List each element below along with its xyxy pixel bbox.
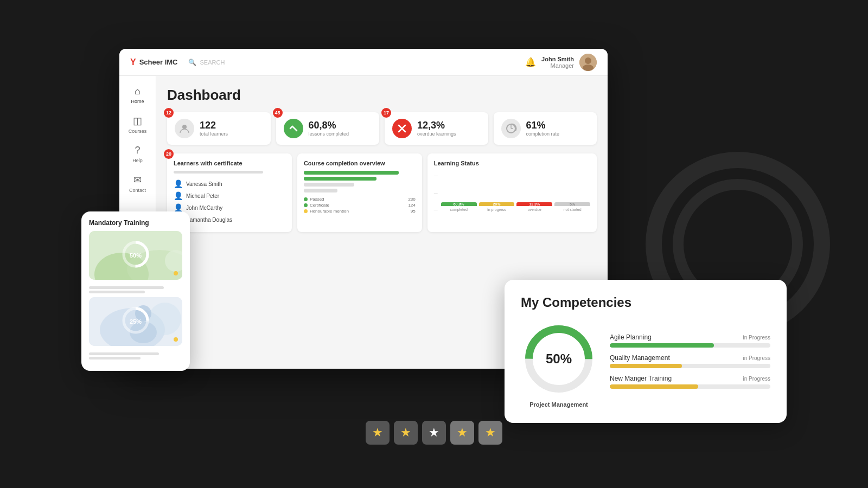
mobile-card-title: Mandatory Training	[89, 219, 182, 227]
legend-label-cert: Certificate	[310, 203, 329, 208]
sidebar-item-help[interactable]: ? Help	[119, 140, 156, 168]
learner-avatar-icon: 👤	[174, 191, 183, 200]
home-icon: ⌂	[135, 86, 141, 97]
course-completion-title: Course completion overview	[304, 160, 416, 166]
ls-bar-group-completed: 60,8% completed	[441, 202, 477, 211]
legend-value-cert: 124	[408, 203, 415, 208]
stat-value-overdue: 12,3%	[417, 120, 456, 131]
star-5[interactable]: ★	[478, 421, 502, 445]
text-line	[89, 291, 145, 293]
legend-dot-cert	[304, 203, 308, 207]
stat-card-lessons: 45 60,8% lessons completed	[276, 112, 380, 145]
user-avatar	[579, 54, 597, 71]
user-area: 🔔 John Smith Manager	[525, 54, 597, 71]
sidebar-item-contact[interactable]: ✉ Contact	[119, 170, 156, 197]
mobile-course-2: 25%	[89, 297, 182, 346]
comp-bar-fill-agile	[610, 343, 714, 348]
search-icon: 🔍	[188, 59, 196, 66]
stat-label-lessons: lessons completed	[309, 131, 349, 137]
comp-item-agile: Agile Planning in Progress	[610, 333, 770, 348]
comp-name-agile: Agile Planning	[610, 333, 652, 341]
y-label: —	[434, 174, 438, 177]
learners-bar-placeholder	[174, 171, 263, 174]
star-2[interactable]: ★	[394, 421, 418, 445]
learning-status-panel: Learning Status — — — 60,8%	[427, 153, 597, 232]
learner-name: John McCarthy	[186, 205, 222, 211]
sidebar-item-home[interactable]: ⌂ Home	[119, 81, 156, 108]
text-line	[89, 286, 164, 289]
ls-label-notstarted: not started	[564, 208, 582, 211]
comp-status-quality: in Progress	[743, 355, 770, 361]
ls-bar-notstarted: 5%	[554, 202, 590, 206]
logo-icon: Y	[130, 57, 136, 67]
comp-content: 50% Project Management Agile Planning in…	[521, 321, 770, 408]
cbar-3	[304, 183, 354, 187]
comp-status-manager: in Progress	[743, 376, 770, 382]
logo-text: Scheer IMC	[139, 58, 178, 66]
progress-circle-2: 25%	[121, 306, 150, 337]
stats-row: 12 122 total learners 45	[167, 112, 597, 145]
stat-card-completion: 61% completion rate	[494, 112, 597, 145]
stat-card-learners: 12 122 total learners	[167, 112, 271, 145]
learner-avatar-icon: 👤	[174, 203, 183, 212]
stat-icon-learners	[175, 119, 194, 138]
comp-bar-track-manager	[610, 384, 770, 389]
star-4[interactable]: ★	[450, 421, 474, 445]
legend-label-mention: Honourable mention	[310, 209, 349, 214]
progress-text-1: 50%	[130, 252, 142, 259]
contact-icon: ✉	[133, 174, 142, 186]
page-title: Dashboard	[167, 87, 597, 104]
legend-value-mention: 95	[411, 209, 416, 214]
donut-container: 50% Project Management	[521, 321, 597, 408]
progress-circle-1: 50%	[121, 240, 150, 271]
learning-status-title: Learning Status	[434, 160, 590, 166]
stat-badge-lessons: 45	[273, 108, 283, 118]
user-name: John Smith	[541, 56, 574, 62]
list-item: 👤 John McCarthy	[174, 202, 285, 214]
sidebar-item-courses[interactable]: ◫ Courses	[119, 111, 156, 138]
search-area[interactable]: 🔍 SEARCH	[188, 59, 225, 66]
comp-name-quality: Quality Management	[610, 354, 670, 362]
stat-value-learners: 122	[200, 120, 228, 131]
comp-item-quality: Quality Management in Progress	[610, 354, 770, 368]
top-bar: Y Scheer IMC 🔍 SEARCH 🔔 John Smith Manag…	[119, 49, 608, 76]
star-3[interactable]: ★	[422, 421, 446, 445]
y-label: —	[434, 191, 438, 195]
text-line	[89, 352, 159, 355]
bell-icon[interactable]: 🔔	[525, 57, 536, 67]
comp-name-manager: New Manger Training	[610, 375, 672, 382]
help-icon: ?	[135, 145, 140, 156]
legend-dot-passed	[304, 197, 308, 201]
donut-chart: 50%	[521, 321, 597, 397]
legend-dot-mention	[304, 209, 308, 213]
y-label: —	[434, 208, 438, 211]
legend-item-passed: Passed 230	[304, 197, 416, 202]
logo: Y Scheer IMC	[130, 57, 177, 67]
stat-info-overdue: 12,3% overdue learnings	[417, 120, 456, 137]
courses-icon: ◫	[133, 115, 142, 127]
ls-bar-group-overdue: 12,3% overdue	[516, 202, 552, 211]
comp-subtitle: Project Management	[529, 401, 588, 408]
mobile-dot-1	[174, 271, 178, 275]
text-line	[89, 357, 141, 359]
stat-label-overdue: overdue learnings	[417, 131, 456, 137]
stat-icon-completion	[501, 119, 521, 138]
svg-point-1	[585, 57, 591, 64]
cbar-2	[304, 177, 376, 181]
sidebar-contact-label: Contact	[129, 188, 146, 193]
stat-card-overdue: 17 12,3% overdue learnings	[385, 112, 488, 145]
legend-item-mention: Honourable mention 95	[304, 209, 416, 214]
list-item: 👤 Micheal Peter	[174, 190, 285, 202]
star-1[interactable]: ★	[366, 421, 390, 445]
ls-bar-overdue: 12,3%	[516, 202, 552, 206]
stat-label-learners: total learners	[200, 131, 228, 137]
sidebar-help-label: Help	[132, 158, 143, 163]
ls-bar-inprogress: 20%	[479, 202, 515, 206]
stat-badge-overdue: 17	[381, 108, 391, 118]
legend-value-passed: 230	[408, 197, 415, 202]
svg-point-3	[182, 125, 187, 129]
competencies-panel: My Competencies 50% Project Management	[505, 280, 787, 423]
legend-item-certificate: Certificate 124	[304, 203, 416, 208]
mobile-text-1	[89, 284, 182, 297]
search-placeholder: SEARCH	[200, 59, 225, 66]
